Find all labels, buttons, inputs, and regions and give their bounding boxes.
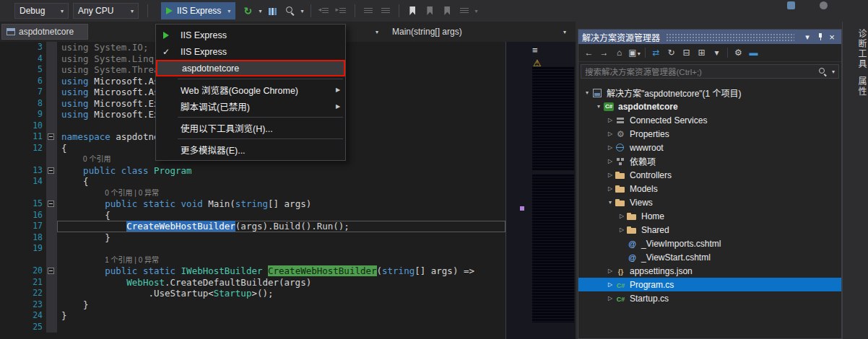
breakpoint-margin[interactable] <box>0 76 19 87</box>
fold-collapse-icon[interactable] <box>48 167 54 174</box>
breakpoint-margin[interactable] <box>0 98 19 110</box>
breakpoint-margin[interactable] <box>0 322 19 333</box>
tree-item--[interactable]: ▷依赖项 <box>578 154 841 168</box>
breakpoint-margin[interactable] <box>0 310 19 322</box>
tree-item-connected-services[interactable]: ▷Connected Services <box>578 113 841 127</box>
solution-explorer-title-bar[interactable]: 解决方案资源管理器 ▾ × <box>578 30 841 44</box>
fold-collapse-icon[interactable] <box>48 133 54 140</box>
show-all-files-icon[interactable]: ⊞ <box>694 48 709 58</box>
tree-collapsed-arrow-icon[interactable]: ▷ <box>606 158 615 164</box>
pin-icon[interactable] <box>816 32 825 42</box>
browser-link-refresh-icon[interactable]: ▾ <box>240 3 264 19</box>
tree-item-aspdotnetcore[interactable]: ▾aspdotnetcore <box>578 100 841 113</box>
auto-hide-tab-1[interactable]: 属性 <box>843 76 868 97</box>
tree-item-models[interactable]: ▷Models <box>578 182 841 195</box>
breakpoint-margin[interactable] <box>0 255 19 266</box>
tree-item-_viewstart-cshtml[interactable]: _ViewStart.cshtml <box>578 250 841 264</box>
sync-with-active-document-icon[interactable]: ⇄ <box>648 48 664 58</box>
code-text[interactable]: public class Program <box>57 165 505 177</box>
breakpoint-margin[interactable] <box>0 87 19 98</box>
notifications-icon[interactable] <box>787 1 795 9</box>
start-debugging-button[interactable]: IIS Express ▾ <box>161 2 235 19</box>
tree-item-startup-cs[interactable]: ▷Startup.cs <box>578 291 841 305</box>
tree-collapsed-arrow-icon[interactable]: ▷ <box>606 295 615 301</box>
tree-collapsed-arrow-icon[interactable]: ▷ <box>606 144 615 151</box>
menu-item-2[interactable]: aspdotnetcore <box>156 60 345 76</box>
code-text[interactable]: } <box>57 299 505 311</box>
window-position-icon[interactable]: ▾ <box>802 32 813 42</box>
menu-item-0[interactable]: IIS Express <box>156 27 345 43</box>
tree-item-wwwroot[interactable]: ▷wwwroot <box>578 141 841 154</box>
breakpoint-margin[interactable] <box>0 42 19 53</box>
code-text[interactable]: .UseStartup<Startup>(); <box>57 288 505 299</box>
tree-item-program-cs[interactable]: ▷Program.cs <box>578 278 841 291</box>
code-text[interactable]: WebHost.CreateDefaultBuilder(args) <box>57 277 505 289</box>
breakpoint-margin[interactable] <box>0 131 19 143</box>
breakpoint-margin[interactable] <box>0 109 19 120</box>
breakpoint-margin[interactable] <box>0 143 19 154</box>
performance-dashboard-icon[interactable] <box>265 3 281 19</box>
breakpoint-margin[interactable] <box>0 232 19 244</box>
tree-collapsed-arrow-icon[interactable]: ▷ <box>617 226 626 233</box>
tree-collapsed-arrow-icon[interactable]: ▷ <box>606 185 615 192</box>
code-navigate-icon[interactable]: ▾ <box>282 3 305 19</box>
close-icon[interactable]: × <box>826 32 838 43</box>
tree-collapsed-arrow-icon[interactable]: ▷ <box>606 172 615 178</box>
solution-platform-combo[interactable]: Any CPU ▾ <box>73 3 139 19</box>
account-icon[interactable] <box>820 1 828 9</box>
code-text[interactable]: 1 个引用 | 0 异常 <box>57 255 505 266</box>
breakpoint-margin[interactable] <box>0 176 19 188</box>
tree-collapsed-arrow-icon[interactable]: ▷ <box>606 268 615 274</box>
menu-item-3[interactable]: Web 浏览器(Google Chrome)▶ <box>156 82 345 98</box>
switch-views-icon[interactable]: ▣▾ <box>627 48 642 58</box>
menu-item-4[interactable]: 脚本调试(已禁用)▶ <box>156 98 345 115</box>
tree-collapsed-arrow-icon[interactable]: ▷ <box>606 131 615 137</box>
breakpoint-margin[interactable] <box>0 243 19 255</box>
breakpoint-margin[interactable] <box>0 288 19 299</box>
code-text[interactable]: { <box>57 176 505 188</box>
code-text[interactable] <box>57 322 505 333</box>
breakpoint-margin[interactable] <box>0 165 19 177</box>
code-text[interactable]: public static IWebHostBuilder CreateWebH… <box>57 265 505 277</box>
tree-item-appsettings-json[interactable]: ▷appsettings.json <box>578 264 841 278</box>
tree-item-home[interactable]: ▷Home <box>578 209 841 223</box>
fold-collapse-icon[interactable] <box>48 201 54 207</box>
breakpoint-margin[interactable] <box>0 64 19 76</box>
solution-search-box[interactable]: 搜索解决方案资源管理器(Ctrl+;) ▾ <box>581 64 839 79</box>
breakpoint-margin[interactable] <box>0 120 19 132</box>
tree-item-properties[interactable]: ▷Properties <box>578 127 841 141</box>
preview-selected-items-icon[interactable]: ▬ <box>746 48 761 58</box>
breakpoint-margin[interactable] <box>0 188 19 199</box>
breakpoint-margin[interactable] <box>0 299 19 311</box>
menu-item-5[interactable]: 使用以下工具浏览(H)... <box>156 120 345 136</box>
refresh-icon[interactable]: ↻ <box>664 48 679 58</box>
search-icon[interactable] <box>818 67 828 76</box>
auto-hide-tab-0[interactable]: 诊断工具 <box>843 29 868 69</box>
run-target-dropdown-icon[interactable]: ▾ <box>227 8 230 14</box>
chevron-down-icon[interactable]: ▾ <box>832 69 835 75</box>
solution-configuration-combo[interactable]: Debug ▾ <box>14 3 69 19</box>
view-options-icon[interactable]: ▾ <box>709 48 724 58</box>
breakpoint-margin[interactable] <box>0 53 19 65</box>
code-text[interactable]: { <box>57 210 505 221</box>
tree-collapsed-arrow-icon[interactable]: ▷ <box>617 213 626 219</box>
bookmark-icon[interactable] <box>404 3 420 19</box>
tree-item-_viewimports-cshtml[interactable]: _ViewImports.cshtml <box>578 237 841 250</box>
tree-item--aspdotnetcore-1-[interactable]: ▾解决方案"aspdotnetcore"(1 个项目) <box>578 86 841 100</box>
back-icon[interactable]: ← <box>581 48 596 58</box>
code-text[interactable]: 0 个引用 | 0 异常 <box>57 188 505 199</box>
properties-icon[interactable]: ⚙ <box>731 48 746 58</box>
code-text[interactable]: } <box>57 232 505 244</box>
nav-member-combo[interactable]: Main(string[] args) ▾ <box>388 24 570 40</box>
tree-item-views[interactable]: ▾Views <box>578 195 841 209</box>
nav-project-combo[interactable]: aspdotnetcore <box>1 24 88 40</box>
code-text[interactable]: } <box>57 310 505 322</box>
breakpoint-margin[interactable] <box>0 265 19 277</box>
minimap-options-icon[interactable]: ≡ <box>532 45 538 56</box>
code-text[interactable]: public static void Main(string[] args) <box>57 198 505 210</box>
breakpoint-margin[interactable] <box>0 210 19 221</box>
collapse-all-icon[interactable]: ⊟ <box>679 48 694 58</box>
breakpoint-margin[interactable] <box>0 277 19 289</box>
editor-minimap[interactable]: ≡ ⚠ <box>506 42 576 339</box>
breakpoint-margin[interactable] <box>0 198 19 210</box>
